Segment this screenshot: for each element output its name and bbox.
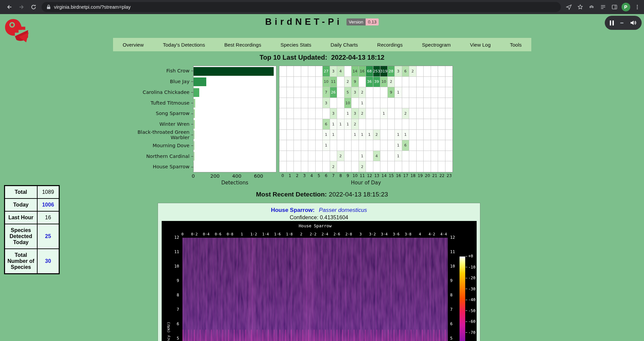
stat-value[interactable]: 30 <box>37 249 59 274</box>
profile-avatar[interactable]: P <box>621 2 631 12</box>
heat-cell: 6 <box>323 119 330 130</box>
heat-cell <box>438 140 445 151</box>
heat-cell <box>445 130 453 140</box>
heat-cell <box>424 87 431 98</box>
colorbar-tick: -20 <box>466 276 476 280</box>
heat-cell: 2 <box>359 161 366 172</box>
heat-cell <box>438 151 445 162</box>
heat-cell <box>308 98 316 109</box>
hour-axis-tick: 3 <box>301 173 308 179</box>
spec-x-tick: 1·2 <box>250 232 257 236</box>
top10-heading: Top 10 Last Updated: 2022-04-13 18:12 <box>0 54 644 61</box>
detection-bar <box>194 130 195 139</box>
volume-icon[interactable] <box>630 20 637 26</box>
heat-cell: 2 <box>344 77 352 88</box>
bar-row <box>194 140 276 151</box>
heat-cell <box>337 161 344 172</box>
heat-cell: 7 <box>323 87 330 98</box>
share-icon[interactable] <box>564 2 574 12</box>
bar-axis-tick: 600 <box>254 173 263 179</box>
heat-cell: 2 <box>388 77 395 88</box>
detection-bar <box>194 162 194 171</box>
species-name: Winter Wren <box>159 122 190 127</box>
heat-cell: 11 <box>330 77 337 88</box>
stat-value[interactable]: 1006 <box>37 198 59 211</box>
heat-cell <box>294 77 301 88</box>
bar-row <box>194 161 276 172</box>
reload-button[interactable] <box>28 1 40 13</box>
address-bar[interactable]: virginia.birdnetpi.com/?stream=play <box>42 2 561 12</box>
detection-species-link[interactable]: House Sparrow: <box>271 207 315 213</box>
hour-axis-tick: 23 <box>445 173 453 179</box>
hour-axis-tick: 18 <box>410 173 417 179</box>
heat-cell <box>438 87 445 98</box>
heat-cell <box>301 77 309 88</box>
hour-axis-ticks: 01234567891011121314151617181920212223 <box>279 172 453 179</box>
bar-axis-tick: 400 <box>232 173 241 179</box>
spec-x-tick: 2 <box>300 232 303 236</box>
nav-item-overview[interactable]: Overview <box>121 42 146 48</box>
heat-cell: 36 <box>366 77 373 88</box>
heat-cell <box>402 87 410 98</box>
heat-cell: 1 <box>359 98 366 109</box>
detection-bar <box>194 120 195 129</box>
bar-row <box>194 77 276 88</box>
menu-kebab-icon[interactable] <box>632 2 642 12</box>
nav-item-species-stats[interactable]: Species Stats <box>278 42 313 48</box>
heat-cell <box>424 151 431 162</box>
heat-cell <box>445 151 453 162</box>
heat-cell <box>431 130 438 140</box>
back-button[interactable] <box>3 1 15 13</box>
heat-cell <box>294 151 301 162</box>
hour-axis-tick: 6 <box>323 173 330 179</box>
nav-item-view-log[interactable]: View Log <box>468 42 492 48</box>
heat-cell <box>424 77 431 88</box>
spec-y-tick-right: 5 <box>450 336 452 341</box>
side-panel-icon[interactable] <box>609 2 620 12</box>
bookmark-star-icon[interactable] <box>575 2 585 12</box>
pause-button[interactable] <box>610 20 614 25</box>
browser-toolbar: virginia.birdnetpi.com/?stream=play P <box>0 0 644 14</box>
heat-cell <box>344 130 352 140</box>
nav-list: OverviewToday's DetectionsBest Recording… <box>113 42 531 48</box>
detection-bar <box>194 67 274 76</box>
heat-cell <box>431 66 438 77</box>
nav-item-tools[interactable]: Tools <box>508 42 524 48</box>
spec-x-tick: 0·8 <box>227 232 233 236</box>
heat-cell <box>323 108 330 119</box>
heat-cell <box>287 66 294 77</box>
audio-player[interactable] <box>605 16 642 30</box>
heat-cell: 3 <box>323 98 330 109</box>
heat-cell <box>445 98 453 109</box>
heat-cell <box>366 151 373 162</box>
detection-confidence: Confidence: 0.41351604 <box>158 215 480 221</box>
stat-value[interactable]: 25 <box>37 224 59 249</box>
colorbar-tick: -50 <box>466 308 476 313</box>
nav-item-recordings[interactable]: Recordings <box>375 42 405 48</box>
species-axis: Fish CrowBlue JayCarolina ChickadeeTufte… <box>129 66 193 172</box>
spec-y-tick-right: 11 <box>450 249 455 254</box>
heat-cell <box>316 66 323 77</box>
detection-scientific-name[interactable]: Passer domesticus <box>319 207 367 213</box>
heat-cell: 1 <box>344 108 352 119</box>
heat-cell: 68 <box>366 66 373 77</box>
nav-item-spectrogram[interactable]: Spectrogram <box>420 42 453 48</box>
heat-cell <box>337 140 344 151</box>
heat-cell <box>279 130 287 140</box>
forward-button[interactable] <box>15 1 28 13</box>
stat-value: 16 <box>37 211 59 224</box>
heat-cell <box>380 87 388 98</box>
hour-axis-tick: 10 <box>352 173 359 179</box>
spec-x-tick: 2·2 <box>310 232 316 236</box>
extensions-icon[interactable] <box>586 2 597 12</box>
nav-item-daily-charts[interactable]: Daily Charts <box>328 42 360 48</box>
nav-item-today-s-detections[interactable]: Today's Detections <box>161 42 207 48</box>
heat-cell <box>417 108 424 119</box>
frequency-axis-label: Frequency (kHz) <box>166 241 171 341</box>
audio-scrubber[interactable] <box>620 22 624 23</box>
bar-row <box>194 108 276 119</box>
heat-cell <box>308 108 316 119</box>
nav-item-best-recordings[interactable]: Best Recordings <box>222 42 263 48</box>
heat-cell: 27 <box>323 66 330 77</box>
reading-list-icon[interactable] <box>598 2 608 12</box>
